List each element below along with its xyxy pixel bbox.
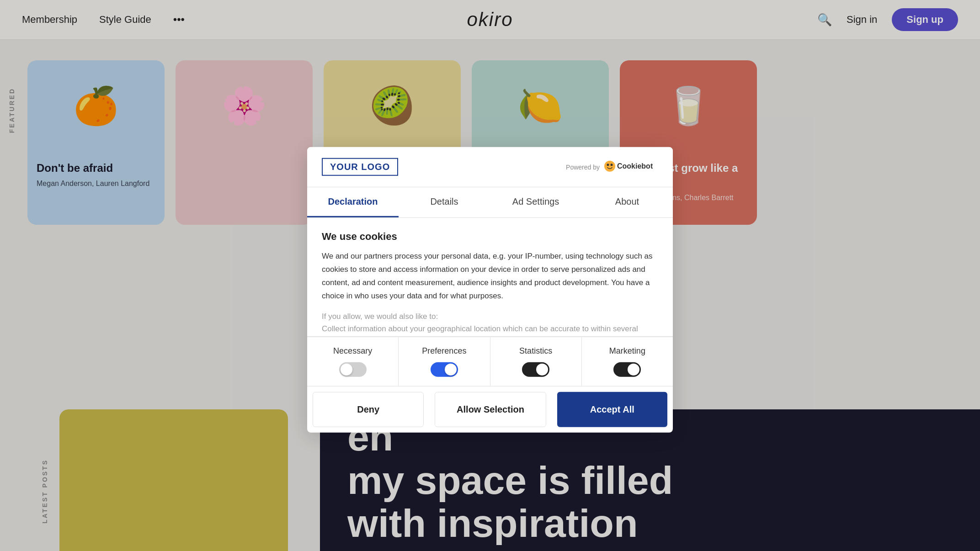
tab-details[interactable]: Details xyxy=(399,187,490,217)
toggle-cell-statistics: Statistics xyxy=(490,337,582,386)
svg-point-0 xyxy=(604,160,615,171)
toggle-label-preferences: Preferences xyxy=(422,346,466,356)
cookie-modal: YOUR LOGO Powered by Cookiebot Declarati… xyxy=(307,147,673,433)
cookiebot-logo: Cookiebot xyxy=(603,159,658,174)
toggle-necessary[interactable] xyxy=(339,362,367,377)
toggle-cell-necessary: Necessary xyxy=(307,337,399,386)
toggle-thumb-statistics xyxy=(536,364,548,376)
accept-all-button[interactable]: Accept All xyxy=(557,392,667,427)
toggle-marketing[interactable] xyxy=(613,362,641,377)
toggle-cell-marketing: Marketing xyxy=(582,337,673,386)
deny-button[interactable]: Deny xyxy=(313,392,424,427)
toggle-thumb-necessary xyxy=(341,364,352,376)
modal-body-title: We use cookies xyxy=(322,231,658,243)
cookiebot-badge: Powered by Cookiebot xyxy=(566,159,658,174)
modal-body-secondary-text: If you allow, we would also like to: xyxy=(322,310,658,322)
toggle-cell-preferences: Preferences xyxy=(399,337,490,386)
svg-text:Cookiebot: Cookiebot xyxy=(617,162,653,170)
svg-point-2 xyxy=(611,164,613,166)
allow-selection-button[interactable]: Allow Selection xyxy=(435,392,546,427)
tab-declaration[interactable]: Declaration xyxy=(307,187,399,217)
toggle-preferences[interactable] xyxy=(431,362,458,377)
modal-body: We use cookies We and our partners proce… xyxy=(307,218,673,337)
tab-ad-settings[interactable]: Ad Settings xyxy=(490,187,581,217)
powered-by-text: Powered by xyxy=(566,163,600,170)
modal-footer: Deny Allow Selection Accept All xyxy=(307,386,673,433)
modal-body-tertiary-text: Collect information about your geographi… xyxy=(322,323,658,337)
toggle-row: Necessary Preferences Statistics Marke xyxy=(307,337,673,386)
svg-point-1 xyxy=(607,164,609,166)
modal-tabs: Declaration Details Ad Settings About xyxy=(307,187,673,218)
modal-body-main-text: We and our partners process your persona… xyxy=(322,250,658,303)
toggle-label-statistics: Statistics xyxy=(519,346,552,356)
modal-header: YOUR LOGO Powered by Cookiebot xyxy=(307,147,673,187)
toggle-label-necessary: Necessary xyxy=(333,346,372,356)
modal-logo: YOUR LOGO xyxy=(322,158,398,176)
toggle-statistics[interactable] xyxy=(522,362,549,377)
toggle-thumb-preferences xyxy=(445,364,457,376)
toggle-label-marketing: Marketing xyxy=(609,346,645,356)
tab-about[interactable]: About xyxy=(581,187,673,217)
